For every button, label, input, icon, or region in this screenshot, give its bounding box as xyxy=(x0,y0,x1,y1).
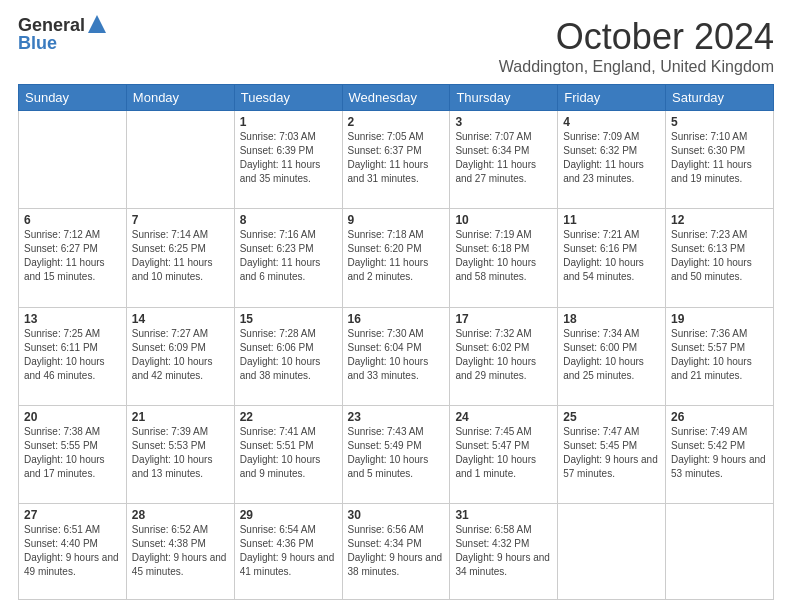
col-monday: Monday xyxy=(126,85,234,111)
calendar-cell: 27Sunrise: 6:51 AMSunset: 4:40 PMDayligh… xyxy=(19,504,127,600)
day-info: Sunrise: 7:14 AMSunset: 6:25 PMDaylight:… xyxy=(132,228,229,284)
calendar-cell: 14Sunrise: 7:27 AMSunset: 6:09 PMDayligh… xyxy=(126,307,234,405)
day-info: Sunrise: 7:03 AMSunset: 6:39 PMDaylight:… xyxy=(240,130,337,186)
day-info: Sunrise: 6:58 AMSunset: 4:32 PMDaylight:… xyxy=(455,523,552,579)
day-number: 20 xyxy=(24,410,121,424)
calendar-cell: 1Sunrise: 7:03 AMSunset: 6:39 PMDaylight… xyxy=(234,111,342,209)
day-number: 23 xyxy=(348,410,445,424)
col-wednesday: Wednesday xyxy=(342,85,450,111)
calendar-cell: 20Sunrise: 7:38 AMSunset: 5:55 PMDayligh… xyxy=(19,405,127,503)
day-number: 21 xyxy=(132,410,229,424)
day-number: 18 xyxy=(563,312,660,326)
day-info: Sunrise: 7:41 AMSunset: 5:51 PMDaylight:… xyxy=(240,425,337,481)
calendar-cell: 4Sunrise: 7:09 AMSunset: 6:32 PMDaylight… xyxy=(558,111,666,209)
calendar-cell xyxy=(19,111,127,209)
day-number: 14 xyxy=(132,312,229,326)
calendar-cell: 17Sunrise: 7:32 AMSunset: 6:02 PMDayligh… xyxy=(450,307,558,405)
calendar-cell xyxy=(666,504,774,600)
calendar-cell: 19Sunrise: 7:36 AMSunset: 5:57 PMDayligh… xyxy=(666,307,774,405)
calendar-cell: 18Sunrise: 7:34 AMSunset: 6:00 PMDayligh… xyxy=(558,307,666,405)
calendar-cell: 21Sunrise: 7:39 AMSunset: 5:53 PMDayligh… xyxy=(126,405,234,503)
calendar-cell: 29Sunrise: 6:54 AMSunset: 4:36 PMDayligh… xyxy=(234,504,342,600)
day-number: 10 xyxy=(455,213,552,227)
calendar-cell: 7Sunrise: 7:14 AMSunset: 6:25 PMDaylight… xyxy=(126,209,234,307)
day-info: Sunrise: 7:21 AMSunset: 6:16 PMDaylight:… xyxy=(563,228,660,284)
calendar-cell: 30Sunrise: 6:56 AMSunset: 4:34 PMDayligh… xyxy=(342,504,450,600)
calendar-cell: 28Sunrise: 6:52 AMSunset: 4:38 PMDayligh… xyxy=(126,504,234,600)
calendar-cell xyxy=(126,111,234,209)
day-number: 5 xyxy=(671,115,768,129)
col-saturday: Saturday xyxy=(666,85,774,111)
day-info: Sunrise: 7:45 AMSunset: 5:47 PMDaylight:… xyxy=(455,425,552,481)
day-number: 6 xyxy=(24,213,121,227)
col-friday: Friday xyxy=(558,85,666,111)
title-block: October 2024 Waddington, England, United… xyxy=(499,16,774,76)
day-info: Sunrise: 7:23 AMSunset: 6:13 PMDaylight:… xyxy=(671,228,768,284)
day-info: Sunrise: 7:16 AMSunset: 6:23 PMDaylight:… xyxy=(240,228,337,284)
day-number: 30 xyxy=(348,508,445,522)
day-number: 17 xyxy=(455,312,552,326)
day-info: Sunrise: 7:32 AMSunset: 6:02 PMDaylight:… xyxy=(455,327,552,383)
calendar-cell: 31Sunrise: 6:58 AMSunset: 4:32 PMDayligh… xyxy=(450,504,558,600)
calendar-cell: 9Sunrise: 7:18 AMSunset: 6:20 PMDaylight… xyxy=(342,209,450,307)
day-number: 27 xyxy=(24,508,121,522)
day-info: Sunrise: 7:49 AMSunset: 5:42 PMDaylight:… xyxy=(671,425,768,481)
day-info: Sunrise: 6:54 AMSunset: 4:36 PMDaylight:… xyxy=(240,523,337,579)
day-number: 28 xyxy=(132,508,229,522)
day-number: 9 xyxy=(348,213,445,227)
day-info: Sunrise: 7:34 AMSunset: 6:00 PMDaylight:… xyxy=(563,327,660,383)
day-info: Sunrise: 7:36 AMSunset: 5:57 PMDaylight:… xyxy=(671,327,768,383)
day-info: Sunrise: 7:38 AMSunset: 5:55 PMDaylight:… xyxy=(24,425,121,481)
subtitle: Waddington, England, United Kingdom xyxy=(499,58,774,76)
logo-icon xyxy=(88,15,106,33)
calendar-cell: 22Sunrise: 7:41 AMSunset: 5:51 PMDayligh… xyxy=(234,405,342,503)
col-sunday: Sunday xyxy=(19,85,127,111)
day-info: Sunrise: 7:07 AMSunset: 6:34 PMDaylight:… xyxy=(455,130,552,186)
day-info: Sunrise: 7:18 AMSunset: 6:20 PMDaylight:… xyxy=(348,228,445,284)
calendar-cell: 6Sunrise: 7:12 AMSunset: 6:27 PMDaylight… xyxy=(19,209,127,307)
day-number: 7 xyxy=(132,213,229,227)
logo-blue: Blue xyxy=(18,34,57,54)
day-number: 15 xyxy=(240,312,337,326)
day-info: Sunrise: 7:10 AMSunset: 6:30 PMDaylight:… xyxy=(671,130,768,186)
calendar-cell: 2Sunrise: 7:05 AMSunset: 6:37 PMDaylight… xyxy=(342,111,450,209)
day-number: 25 xyxy=(563,410,660,424)
calendar-cell: 15Sunrise: 7:28 AMSunset: 6:06 PMDayligh… xyxy=(234,307,342,405)
calendar-cell: 25Sunrise: 7:47 AMSunset: 5:45 PMDayligh… xyxy=(558,405,666,503)
day-info: Sunrise: 7:30 AMSunset: 6:04 PMDaylight:… xyxy=(348,327,445,383)
calendar-header-row: Sunday Monday Tuesday Wednesday Thursday… xyxy=(19,85,774,111)
day-info: Sunrise: 7:43 AMSunset: 5:49 PMDaylight:… xyxy=(348,425,445,481)
calendar-cell: 11Sunrise: 7:21 AMSunset: 6:16 PMDayligh… xyxy=(558,209,666,307)
day-number: 8 xyxy=(240,213,337,227)
day-info: Sunrise: 7:12 AMSunset: 6:27 PMDaylight:… xyxy=(24,228,121,284)
day-info: Sunrise: 7:09 AMSunset: 6:32 PMDaylight:… xyxy=(563,130,660,186)
day-number: 26 xyxy=(671,410,768,424)
calendar-cell: 3Sunrise: 7:07 AMSunset: 6:34 PMDaylight… xyxy=(450,111,558,209)
day-number: 11 xyxy=(563,213,660,227)
svg-marker-0 xyxy=(88,15,106,33)
day-number: 3 xyxy=(455,115,552,129)
day-number: 19 xyxy=(671,312,768,326)
day-info: Sunrise: 7:39 AMSunset: 5:53 PMDaylight:… xyxy=(132,425,229,481)
col-tuesday: Tuesday xyxy=(234,85,342,111)
calendar-table: Sunday Monday Tuesday Wednesday Thursday… xyxy=(18,84,774,600)
day-info: Sunrise: 6:51 AMSunset: 4:40 PMDaylight:… xyxy=(24,523,121,579)
day-number: 12 xyxy=(671,213,768,227)
day-number: 29 xyxy=(240,508,337,522)
day-info: Sunrise: 7:28 AMSunset: 6:06 PMDaylight:… xyxy=(240,327,337,383)
day-number: 31 xyxy=(455,508,552,522)
day-info: Sunrise: 7:25 AMSunset: 6:11 PMDaylight:… xyxy=(24,327,121,383)
day-info: Sunrise: 7:47 AMSunset: 5:45 PMDaylight:… xyxy=(563,425,660,481)
day-info: Sunrise: 7:05 AMSunset: 6:37 PMDaylight:… xyxy=(348,130,445,186)
calendar-cell: 12Sunrise: 7:23 AMSunset: 6:13 PMDayligh… xyxy=(666,209,774,307)
page: General Blue October 2024 Waddington, En… xyxy=(0,0,792,612)
day-number: 13 xyxy=(24,312,121,326)
day-info: Sunrise: 7:27 AMSunset: 6:09 PMDaylight:… xyxy=(132,327,229,383)
day-number: 22 xyxy=(240,410,337,424)
calendar-cell: 5Sunrise: 7:10 AMSunset: 6:30 PMDaylight… xyxy=(666,111,774,209)
calendar-cell: 16Sunrise: 7:30 AMSunset: 6:04 PMDayligh… xyxy=(342,307,450,405)
day-info: Sunrise: 7:19 AMSunset: 6:18 PMDaylight:… xyxy=(455,228,552,284)
day-number: 1 xyxy=(240,115,337,129)
col-thursday: Thursday xyxy=(450,85,558,111)
calendar-cell: 10Sunrise: 7:19 AMSunset: 6:18 PMDayligh… xyxy=(450,209,558,307)
